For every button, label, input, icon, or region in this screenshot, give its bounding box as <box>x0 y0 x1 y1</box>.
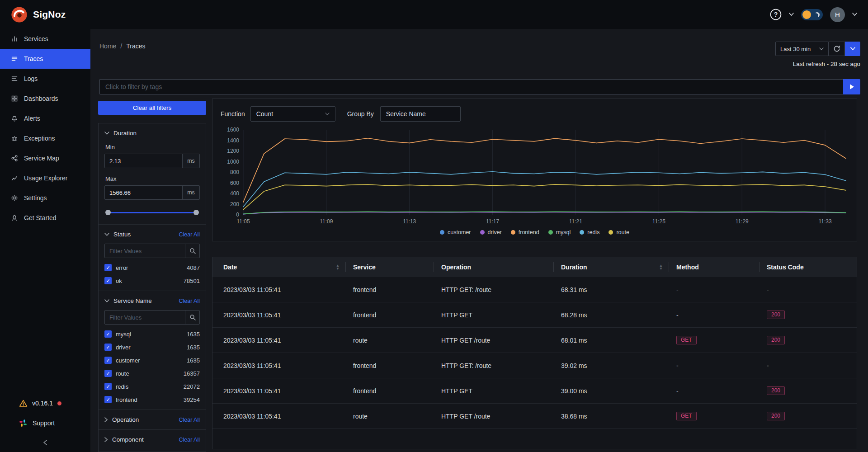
legend-item[interactable]: mysql <box>548 229 571 235</box>
filter-option-count: 4087 <box>187 264 200 271</box>
time-options-dropdown-button[interactable] <box>845 42 860 56</box>
sidebar-item-get-started[interactable]: Get Started <box>0 208 90 228</box>
filter-option-row: ✓ driver 1635 <box>104 344 200 351</box>
table-row[interactable]: 2023/03/03 11:05:41 frontend HTTP GET: /… <box>212 353 857 378</box>
service-filter-input[interactable] <box>105 311 185 324</box>
status-code-badge: 200 <box>767 336 785 344</box>
chevron-right-icon[interactable] <box>104 417 108 422</box>
sidebar-item-settings[interactable]: Settings <box>0 188 90 208</box>
help-icon[interactable]: ? <box>770 9 782 20</box>
filter-section-title[interactable]: Duration <box>113 130 137 137</box>
clear-all-link[interactable]: Clear All <box>179 231 200 238</box>
legend-item[interactable]: route <box>609 229 629 235</box>
clear-all-link[interactable]: Clear All <box>179 417 200 423</box>
clear-all-link[interactable]: Clear All <box>179 437 200 443</box>
time-range-select[interactable]: Last 30 min <box>775 42 829 56</box>
status-code-badge: 200 <box>767 386 785 395</box>
sidebar-item-logs[interactable]: Logs <box>0 69 90 89</box>
table-row[interactable]: 2023/03/03 11:05:41 frontend HTTP GET 68… <box>212 302 857 328</box>
support-link[interactable]: Support <box>0 413 90 433</box>
moon-icon <box>815 12 820 17</box>
filter-section-title[interactable]: Service Name <box>113 297 152 304</box>
clear-all-link[interactable]: Clear All <box>179 298 200 304</box>
chevron-down-icon[interactable] <box>104 299 109 303</box>
legend-item[interactable]: driver <box>480 229 502 235</box>
sidebar-item-service-map[interactable]: Service Map <box>0 148 90 168</box>
sort-icons[interactable]: ▲▼ <box>336 264 340 270</box>
duration-range-slider[interactable] <box>106 210 198 215</box>
chevron-right-icon[interactable] <box>104 437 108 442</box>
search-icon[interactable] <box>185 244 199 258</box>
filter-section-title[interactable]: Status <box>113 231 131 238</box>
checkbox-checked[interactable]: ✓ <box>104 383 112 390</box>
tag-filter-input[interactable] <box>99 79 843 94</box>
search-icon[interactable] <box>185 311 199 324</box>
avatar[interactable]: H <box>830 7 845 22</box>
legend-item[interactable]: frontend <box>511 229 539 235</box>
traces-chart[interactable]: 11:0511:0911:1311:1711:2111:2511:2911:33… <box>221 126 849 227</box>
cell-operation: HTTP GET: /route <box>434 362 554 369</box>
checkbox-checked[interactable]: ✓ <box>104 344 112 351</box>
duration-max-input[interactable] <box>105 186 182 199</box>
theme-toggle[interactable] <box>801 9 823 20</box>
tag-filter-bar <box>99 79 860 94</box>
filter-section-title[interactable]: Component <box>112 436 144 443</box>
chart-legend: customerdriverfrontendmysqlredisroute <box>221 229 849 235</box>
method-badge: GET <box>676 412 697 420</box>
slider-handle-max[interactable] <box>193 210 199 215</box>
filter-option-label: error <box>116 264 128 271</box>
table-row[interactable]: 2023/03/03 11:05:41 route HTTP GET /rout… <box>212 328 857 353</box>
breadcrumb-home[interactable]: Home <box>99 42 116 50</box>
legend-dot <box>548 230 553 235</box>
duration-min-input[interactable] <box>105 154 182 168</box>
brand[interactable]: SigNoz <box>11 6 66 23</box>
cell-service: route <box>346 413 434 420</box>
column-header-date[interactable]: Date ▲▼ <box>212 257 346 277</box>
duration-min-field: ms <box>104 154 200 168</box>
sidebar-item-alerts[interactable]: Alerts <box>0 108 90 128</box>
help-chevron-down-icon[interactable] <box>789 13 794 16</box>
time-range-value: Last 30 min <box>780 46 811 52</box>
legend-item[interactable]: redis <box>580 229 599 235</box>
svg-text:0: 0 <box>236 212 239 218</box>
filters-column: Clear all filters Duration Min ms Max <box>98 101 206 452</box>
user-chevron-down-icon[interactable] <box>852 13 857 16</box>
chevron-down-icon[interactable] <box>104 233 109 236</box>
function-select[interactable]: Count <box>250 106 335 122</box>
cell-date: 2023/03/03 11:05:41 <box>212 337 346 344</box>
filter-section-title[interactable]: Operation <box>112 416 139 423</box>
sidebar-collapse-button[interactable] <box>0 433 90 452</box>
clear-all-filters-button[interactable]: Clear all filters <box>98 101 206 115</box>
table-row[interactable]: 2023/03/03 11:05:41 route HTTP GET /rout… <box>212 404 857 429</box>
table-row[interactable]: 2023/03/03 11:05:41 frontend HTTP GET 39… <box>212 378 857 404</box>
checkbox-checked[interactable]: ✓ <box>104 357 112 364</box>
sidebar-item-usage-explorer[interactable]: Usage Explorer <box>0 168 90 188</box>
version-row[interactable]: v0.16.1 <box>0 393 90 413</box>
refresh-button[interactable] <box>829 42 845 56</box>
logs-lines-icon <box>11 75 18 82</box>
status-filter-input[interactable] <box>105 244 185 258</box>
cell-service: frontend <box>346 387 434 395</box>
sidebar-item-services[interactable]: Services <box>0 29 90 49</box>
group-by-select[interactable]: Service Name <box>380 106 461 122</box>
cell-service: frontend <box>346 362 434 369</box>
slider-handle-min[interactable] <box>105 210 111 215</box>
checkbox-checked[interactable]: ✓ <box>104 264 112 271</box>
chevron-down-icon[interactable] <box>104 132 109 135</box>
legend-item[interactable]: customer <box>440 229 471 235</box>
column-header-duration[interactable]: Duration ▲▼ <box>554 257 669 277</box>
svg-text:11:25: 11:25 <box>652 218 665 225</box>
filter-option-count: 78501 <box>184 278 200 284</box>
sort-icons[interactable]: ▲▼ <box>659 264 663 270</box>
table-row[interactable]: 2023/03/03 11:05:41 frontend HTTP GET: /… <box>212 277 857 302</box>
checkbox-checked[interactable]: ✓ <box>104 330 112 338</box>
sidebar-item-dashboards[interactable]: Dashboards <box>0 89 90 108</box>
checkbox-checked[interactable]: ✓ <box>104 277 112 284</box>
sidebar-item-exceptions[interactable]: Exceptions <box>0 128 90 148</box>
checkbox-checked[interactable]: ✓ <box>104 370 112 377</box>
checkbox-checked[interactable]: ✓ <box>104 396 112 403</box>
main-content: Home / Traces Last 30 min Last refresh -… <box>90 29 868 452</box>
svg-text:1600: 1600 <box>227 127 239 133</box>
sidebar-item-traces[interactable]: Traces <box>0 49 90 69</box>
run-filter-button[interactable] <box>843 79 860 94</box>
